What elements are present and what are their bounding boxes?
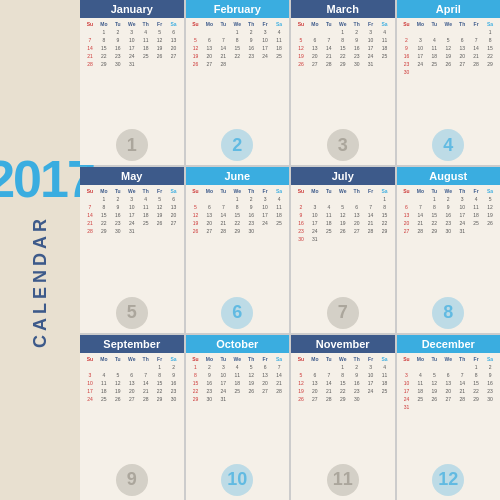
day-number: 25 — [469, 219, 483, 227]
day-number: 18 — [230, 379, 244, 387]
day-number: 30 — [202, 395, 216, 403]
day-label: We — [125, 187, 139, 195]
day-number: 3 — [308, 203, 322, 211]
day-number: 27 — [202, 60, 216, 68]
day-number: 11 — [272, 203, 286, 211]
day-number: 28 — [272, 387, 286, 395]
day-number: 24 — [364, 387, 378, 395]
day-number: 5 — [111, 371, 125, 379]
day-label: Th — [244, 20, 258, 28]
day-number: 0 — [139, 60, 153, 68]
day-number: 5 — [153, 195, 167, 203]
day-number: 10 — [125, 36, 139, 44]
day-number: 0 — [441, 363, 455, 371]
day-label: Tu — [427, 20, 441, 28]
day-number: 11 — [378, 371, 392, 379]
day-label: Fr — [258, 20, 272, 28]
day-number: 16 — [202, 379, 216, 387]
day-number: 0 — [441, 403, 455, 411]
day-number: 23 — [441, 219, 455, 227]
day-number: 22 — [97, 52, 111, 60]
day-number: 30 — [400, 68, 414, 76]
day-number: 21 — [139, 387, 153, 395]
month-header: May — [80, 167, 184, 185]
day-number: 9 — [294, 211, 308, 219]
day-number: 0 — [441, 28, 455, 36]
day-number: 22 — [189, 387, 203, 395]
month-cell: JanuarySuMoTuWeThFrSa0123456789101112131… — [80, 0, 184, 165]
day-number: 13 — [308, 44, 322, 52]
day-number: 0 — [294, 363, 308, 371]
day-number: 28 — [83, 60, 97, 68]
day-number: 25 — [427, 60, 441, 68]
day-number: 27 — [167, 219, 181, 227]
day-number: 22 — [230, 219, 244, 227]
day-label: Tu — [427, 187, 441, 195]
day-number: 23 — [202, 387, 216, 395]
day-number: 15 — [97, 211, 111, 219]
day-number: 0 — [378, 395, 392, 403]
day-number: 10 — [364, 36, 378, 44]
day-number: 0 — [455, 68, 469, 76]
month-header: April — [397, 0, 501, 18]
day-label: Tu — [322, 355, 336, 363]
day-number: 0 — [308, 28, 322, 36]
day-number: 20 — [125, 387, 139, 395]
day-number: 21 — [322, 52, 336, 60]
day-number: 0 — [455, 28, 469, 36]
day-label: Fr — [153, 355, 167, 363]
day-number: 8 — [97, 36, 111, 44]
day-number: 15 — [230, 44, 244, 52]
day-number: 19 — [189, 219, 203, 227]
day-number: 28 — [322, 60, 336, 68]
day-number: 16 — [111, 211, 125, 219]
day-number: 19 — [441, 52, 455, 60]
day-number: 3 — [258, 28, 272, 36]
day-number: 17 — [364, 44, 378, 52]
day-number: 14 — [364, 211, 378, 219]
day-number: 24 — [125, 52, 139, 60]
month-header: January — [80, 0, 184, 18]
day-number: 15 — [378, 211, 392, 219]
day-number: 3 — [364, 363, 378, 371]
day-number: 15 — [97, 44, 111, 52]
day-label: Tu — [322, 187, 336, 195]
day-number: 28 — [83, 227, 97, 235]
day-number: 7 — [469, 36, 483, 44]
day-number: 23 — [400, 60, 414, 68]
month-header: November — [291, 335, 395, 353]
day-number: 24 — [258, 219, 272, 227]
day-number: 10 — [125, 203, 139, 211]
day-label: We — [441, 187, 455, 195]
day-label: Mo — [308, 187, 322, 195]
day-number: 16 — [400, 52, 414, 60]
day-number: 0 — [413, 403, 427, 411]
month-number-badge: 10 — [221, 464, 253, 496]
day-number: 11 — [469, 203, 483, 211]
day-number: 18 — [378, 379, 392, 387]
day-number: 0 — [378, 60, 392, 68]
day-number: 1 — [483, 28, 497, 36]
day-number: 14 — [83, 44, 97, 52]
day-label: Su — [400, 355, 414, 363]
day-number: 0 — [427, 403, 441, 411]
day-number: 22 — [97, 219, 111, 227]
day-number: 11 — [97, 379, 111, 387]
day-number: 0 — [244, 395, 258, 403]
day-number: 25 — [139, 52, 153, 60]
day-number: 5 — [427, 371, 441, 379]
day-number: 24 — [216, 387, 230, 395]
day-number: 19 — [336, 219, 350, 227]
day-number: 22 — [230, 52, 244, 60]
day-number: 0 — [413, 28, 427, 36]
day-number: 16 — [350, 379, 364, 387]
day-number: 26 — [189, 227, 203, 235]
day-number: 2 — [202, 363, 216, 371]
day-number: 20 — [350, 219, 364, 227]
day-number: 7 — [322, 36, 336, 44]
day-label: Su — [294, 355, 308, 363]
day-number: 14 — [139, 379, 153, 387]
day-label: Sa — [483, 20, 497, 28]
day-label: Fr — [258, 187, 272, 195]
day-number: 0 — [83, 195, 97, 203]
